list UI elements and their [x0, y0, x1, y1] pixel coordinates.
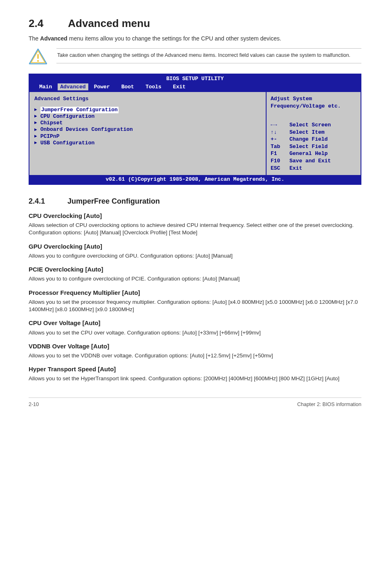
svg-point-1: [37, 60, 39, 62]
section-number: 2.4: [29, 16, 65, 31]
bios-key-desc: Select Screen: [289, 121, 331, 129]
bios-item[interactable]: ▶Onboard Devices Configuration: [34, 126, 261, 133]
bios-tab-tools[interactable]: Tools: [140, 83, 167, 91]
caution-text: Take caution when changing the settings …: [56, 48, 361, 63]
bios-header: BIOS SETUP UTILITY: [29, 74, 361, 83]
intro-paragraph: The Advanced menu items allow you to cha…: [29, 35, 361, 43]
bios-item-label: JumperFree Configuration: [40, 107, 119, 113]
bios-key-row: +-Change Field: [271, 136, 356, 143]
bios-key-desc: Save and Exit: [289, 157, 331, 165]
bios-body: Advanced Settings ▶JumperFree Configurat…: [29, 92, 361, 175]
bios-key-legend: ←→Select Screen ↑↓Select Item +-Change F…: [271, 121, 356, 172]
intro-bold: Advanced: [40, 35, 67, 42]
bios-item[interactable]: ▶USB Configuration: [34, 140, 261, 146]
option-heading: VDDNB Over Voltage [Auto]: [29, 342, 361, 350]
bios-key-desc: Select Item: [289, 129, 325, 136]
bios-menubar: Main Advanced Power Boot Tools Exit: [29, 83, 361, 92]
bios-item-label: Chipset: [40, 120, 63, 126]
option-heading: Hyper Transport Speed [Auto]: [29, 365, 361, 373]
option-heading: PCIE Overclocking [Auto]: [29, 265, 361, 274]
option-description: Allows you to to configure overclocking …: [29, 275, 361, 283]
bios-key-row: ←→Select Screen: [271, 121, 356, 129]
bios-screenshot: BIOS SETUP UTILITY Main Advanced Power B…: [29, 74, 361, 185]
bios-key-desc: General Help: [289, 150, 328, 157]
bios-key-desc: Select Field: [289, 143, 328, 150]
bios-help-line: Adjust System: [271, 95, 356, 103]
option-heading: Processor Frequency Multiplier [Auto]: [29, 289, 361, 297]
bios-right-panel: Adjust System Frequency/Voltage etc. ←→S…: [267, 92, 361, 175]
chapter-label: Chapter 2: BIOS information: [297, 401, 361, 408]
bios-item-label: PCIPnP: [40, 133, 60, 140]
bios-help-text: Adjust System Frequency/Voltage etc.: [271, 95, 356, 110]
page-footer: 2-10 Chapter 2: BIOS information: [29, 397, 361, 408]
triangle-right-icon: ▶: [34, 127, 37, 133]
option-description: Allows you to set the HyperTransport lin…: [29, 375, 361, 382]
bios-item-list: ▶JumperFree Configuration ▶CPU Configura…: [34, 107, 261, 147]
bios-item[interactable]: ▶Chipset: [34, 120, 261, 126]
intro-pre: The: [29, 35, 40, 42]
bios-key: Tab: [271, 143, 289, 150]
bios-key: F1: [271, 150, 289, 157]
caution-icon: [29, 48, 47, 65]
bios-key-desc: Exit: [289, 165, 302, 172]
bios-item-label: Onboard Devices Configuration: [40, 126, 133, 133]
option-description: Allows you to configure overclocking of …: [29, 252, 361, 260]
bios-key-row: F10Save and Exit: [271, 157, 356, 165]
bios-left-heading: Advanced Settings: [34, 95, 261, 103]
bios-tab-advanced[interactable]: Advanced: [58, 83, 88, 91]
option-description: Allows you to set the processor frequenc…: [29, 298, 361, 313]
option-heading: GPU Overclocking [Auto]: [29, 242, 361, 251]
bios-item-label: USB Configuration: [40, 140, 95, 146]
bios-tab-boot[interactable]: Boot: [116, 83, 140, 91]
bios-help-line: Frequency/Voltage etc.: [271, 103, 356, 110]
caution-callout: Take caution when changing the settings …: [29, 48, 361, 65]
bios-item-label: CPU Configuration: [40, 113, 95, 120]
bios-key: F10: [271, 157, 289, 165]
subsection-number: 2.4.1: [29, 196, 65, 206]
bios-key: +-: [271, 136, 289, 143]
svg-rect-0: [37, 54, 39, 59]
bios-key-row: F1General Help: [271, 150, 356, 157]
bios-key-row: TabSelect Field: [271, 143, 356, 150]
bios-key-row: ESCExit: [271, 165, 356, 172]
bios-item[interactable]: ▶CPU Configuration: [34, 113, 261, 120]
option-heading: CPU Overclocking [Auto]: [29, 212, 361, 220]
bios-key: ESC: [271, 165, 289, 172]
option-description: Allows you to set the CPU over voltage. …: [29, 329, 361, 337]
triangle-right-icon: ▶: [34, 107, 37, 113]
bios-tab-power[interactable]: Power: [88, 83, 116, 91]
bios-item[interactable]: ▶PCIPnP: [34, 133, 261, 140]
bios-tab-main[interactable]: Main: [34, 83, 58, 91]
page-number: 2-10: [29, 401, 39, 408]
bios-key: ←→: [271, 121, 289, 129]
option-description: Allows selection of CPU overclocking opt…: [29, 222, 361, 236]
subsection-title: 2.4.1 JumperFree Configuration: [29, 196, 361, 206]
bios-key: ↑↓: [271, 129, 289, 136]
section-heading: Advanced menu: [68, 17, 150, 29]
bios-footer: v02.61 (C)Copyright 1985-2008, American …: [29, 175, 361, 184]
bios-item[interactable]: ▶JumperFree Configuration: [34, 107, 261, 113]
triangle-right-icon: ▶: [34, 114, 37, 119]
option-heading: CPU Over Voltage [Auto]: [29, 319, 361, 327]
triangle-right-icon: ▶: [34, 120, 37, 126]
option-description: Allows you to set the VDDNB over voltage…: [29, 352, 361, 359]
section-title: 2.4 Advanced menu: [29, 16, 361, 31]
bios-left-panel: Advanced Settings ▶JumperFree Configurat…: [29, 92, 267, 175]
bios-tab-exit[interactable]: Exit: [167, 83, 191, 91]
triangle-right-icon: ▶: [34, 140, 37, 146]
bios-key-row: ↑↓Select Item: [271, 129, 356, 136]
intro-post: menu items allow you to change the setti…: [67, 35, 281, 42]
subsection-heading: JumperFree Configuration: [67, 197, 160, 205]
triangle-right-icon: ▶: [34, 134, 37, 139]
bios-key-desc: Change Field: [289, 136, 328, 143]
